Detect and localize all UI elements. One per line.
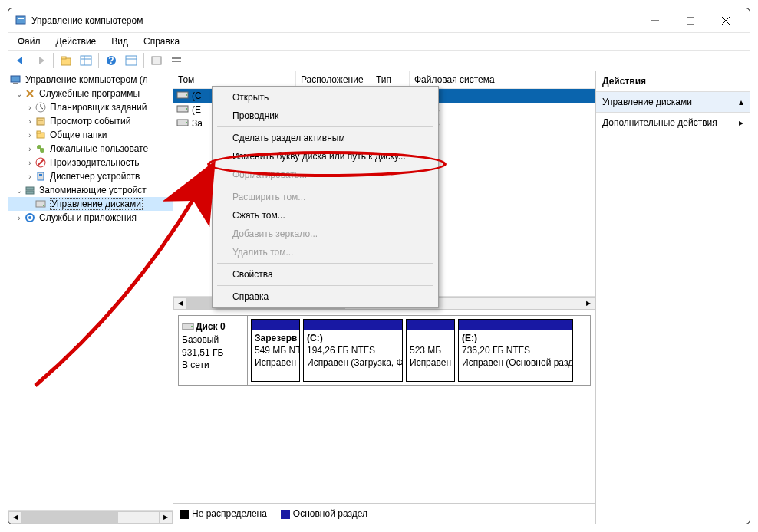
svg-rect-31 <box>38 172 44 180</box>
storage-icon <box>24 184 36 196</box>
svg-point-46 <box>191 326 193 327</box>
scroll-left-icon[interactable]: ◀ <box>173 297 187 310</box>
menu-item[interactable]: Сделать раздел активным <box>214 129 437 147</box>
help-button[interactable]: ? <box>102 51 120 70</box>
actions-section[interactable]: Управление дисками ▴ <box>596 92 750 113</box>
view-button[interactable] <box>77 51 95 70</box>
list-button[interactable] <box>167 51 186 70</box>
menu-view[interactable]: Вид <box>105 34 134 48</box>
svg-rect-18 <box>11 76 20 82</box>
back-button[interactable] <box>12 51 30 70</box>
titlebar: Управление компьютером <box>8 8 750 33</box>
partition[interactable]: (E:)736,20 ГБ NTFSИсправен (Основной раз… <box>458 319 573 382</box>
svg-rect-33 <box>26 187 34 190</box>
svg-point-42 <box>186 108 187 110</box>
legend-primary: Основной раздел <box>281 508 367 519</box>
tree-item[interactable]: ›Диспетчер устройств <box>8 169 173 183</box>
partition[interactable]: 523 МБИсправен <box>406 319 455 382</box>
disk-info[interactable]: Диск 0 Базовый 931,51 ГБ В сети <box>179 316 248 385</box>
collapse-icon[interactable]: ⌄ <box>15 186 24 195</box>
chevron-right-icon: ▸ <box>739 117 743 128</box>
scroll-right-icon[interactable]: ▶ <box>159 511 173 524</box>
svg-rect-19 <box>13 83 18 84</box>
up-button[interactable] <box>57 51 75 70</box>
svg-rect-0 <box>16 16 25 24</box>
menu-item[interactable]: Справка <box>214 287 437 306</box>
tree-storage[interactable]: ⌄ Запоминающие устройст <box>8 183 173 197</box>
expand-icon[interactable]: › <box>15 214 24 222</box>
menu-item[interactable]: Свойства <box>214 265 437 284</box>
menu-file[interactable]: Файл <box>12 34 47 48</box>
context-menu: ОткрытьПроводникСделать раздел активнымИ… <box>212 86 439 308</box>
expand-icon[interactable]: › <box>25 159 35 167</box>
svg-rect-16 <box>172 57 181 59</box>
svg-point-28 <box>40 148 44 153</box>
tree-root[interactable]: Управление компьютером (л <box>8 73 173 87</box>
tree-item[interactable]: ›Просмотр событий <box>8 114 173 128</box>
svg-rect-1 <box>18 18 24 19</box>
menu-item[interactable]: Изменить букву диска или путь к диску... <box>214 147 437 166</box>
svg-rect-17 <box>172 61 181 62</box>
svg-rect-7 <box>61 57 66 59</box>
collapse-icon: ▴ <box>739 97 743 107</box>
tree-system-tools[interactable]: ⌄ Служебные программы <box>8 87 173 100</box>
main-window: Управление компьютером Файл Действие Вид… <box>8 8 750 524</box>
expand-icon[interactable]: › <box>25 172 35 181</box>
menu-action[interactable]: Действие <box>50 34 103 48</box>
refresh-button[interactable] <box>122 51 140 70</box>
disk-icon <box>35 198 47 210</box>
menu-item: Расширить том... <box>214 188 437 206</box>
left-hscroll[interactable]: ◀ ▶ <box>8 510 173 524</box>
minimize-button[interactable] <box>638 9 673 32</box>
collapse-icon[interactable]: ⌄ <box>15 90 24 98</box>
svg-rect-32 <box>39 174 42 176</box>
expand-icon[interactable]: › <box>25 145 35 153</box>
menu-item: Форматировать... <box>214 166 437 184</box>
actions-more[interactable]: Дополнительные действия ▸ <box>596 113 750 133</box>
expand-icon[interactable]: › <box>25 117 35 126</box>
svg-point-38 <box>28 216 31 219</box>
scroll-right-icon[interactable]: ▶ <box>582 297 595 310</box>
svg-point-40 <box>186 94 187 96</box>
tree-item[interactable]: ›Локальные пользовате <box>8 142 173 156</box>
volume-pane: Том Расположение Тип Файловая система (C… <box>173 71 596 524</box>
tree-item[interactable]: ›Общие папки <box>8 128 173 142</box>
legend-unallocated: Не распределена <box>180 508 267 519</box>
item-icon <box>35 143 47 155</box>
menubar: Файл Действие Вид Справка <box>8 33 750 50</box>
svg-rect-8 <box>81 56 91 65</box>
svg-rect-34 <box>26 191 34 194</box>
menu-item[interactable]: Сжать том... <box>214 206 437 225</box>
drive-icon <box>182 322 194 333</box>
expand-icon[interactable]: › <box>25 103 35 112</box>
forward-button[interactable] <box>31 51 50 70</box>
partition[interactable]: Зарезерв549 МБ NTFSИсправен <box>251 319 300 382</box>
menu-help[interactable]: Справка <box>137 34 186 48</box>
menu-item: Удалить том... <box>214 243 437 261</box>
svg-point-44 <box>186 122 187 123</box>
app-icon <box>15 15 27 27</box>
expand-icon[interactable]: › <box>25 131 35 140</box>
menu-item: Добавить зеркало... <box>214 225 437 243</box>
scroll-left-icon[interactable]: ◀ <box>8 511 22 524</box>
navigation-tree: Управление компьютером (л ⌄ Служебные пр… <box>8 71 173 524</box>
tree-disk-management[interactable]: Управление дисками <box>8 197 173 211</box>
menu-item[interactable]: Проводник <box>214 107 437 125</box>
maximize-button[interactable] <box>673 9 708 32</box>
tree-item[interactable]: ›Производительность <box>8 156 173 169</box>
tree-services[interactable]: › Службы и приложения <box>8 211 173 225</box>
tools-icon <box>24 87 36 100</box>
item-icon <box>35 115 47 127</box>
window-title: Управление компьютером <box>31 15 638 26</box>
action-button[interactable] <box>147 51 166 70</box>
disk-map: Диск 0 Базовый 931,51 ГБ В сети Зарезерв… <box>173 310 595 390</box>
item-icon <box>35 156 47 169</box>
menu-item[interactable]: Открыть <box>214 88 437 107</box>
toolbar: ? <box>8 50 750 71</box>
actions-header: Действия <box>596 71 750 92</box>
svg-rect-26 <box>37 131 41 133</box>
tree-item[interactable]: ›Планировщик заданий <box>8 100 173 114</box>
partition[interactable]: (C:)194,26 ГБ NTFSИсправен (Загрузка, Фа… <box>303 319 403 382</box>
item-icon <box>35 129 47 141</box>
close-button[interactable] <box>708 9 743 32</box>
